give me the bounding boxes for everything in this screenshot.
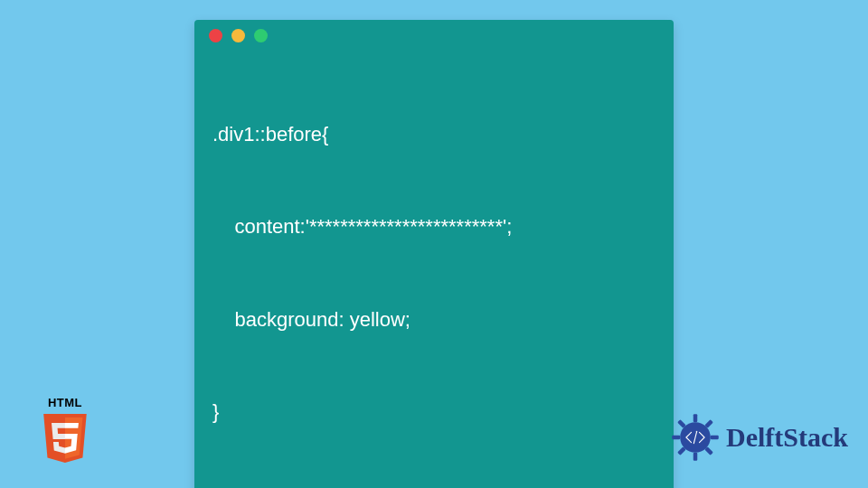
close-icon[interactable] — [209, 29, 222, 42]
html5-shield-icon — [41, 411, 90, 465]
window-titlebar — [194, 20, 674, 51]
code-window: .div1::before{ content:'****************… — [194, 20, 674, 488]
svg-rect-2 — [693, 453, 697, 461]
brand-name: DelftStack — [726, 422, 848, 453]
svg-rect-1 — [693, 414, 697, 422]
maximize-icon[interactable] — [254, 29, 268, 42]
minimize-icon[interactable] — [231, 29, 245, 42]
brand-logo: DelftStack — [670, 412, 848, 463]
svg-rect-4 — [711, 436, 719, 439]
code-line: } — [212, 397, 656, 427]
html5-badge: HTML — [36, 396, 94, 465]
code-line: .div1::before{ — [212, 119, 656, 150]
code-line: background: yellow; — [212, 305, 656, 335]
gear-icon — [670, 412, 721, 463]
html5-label: HTML — [36, 396, 94, 409]
svg-rect-3 — [672, 436, 680, 439]
code-block: .div1::before{ content:'****************… — [194, 51, 674, 488]
code-line: content:'*************************'; — [212, 211, 656, 242]
